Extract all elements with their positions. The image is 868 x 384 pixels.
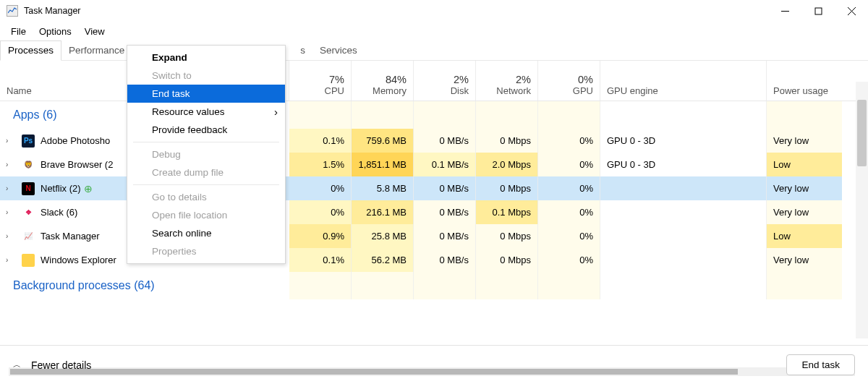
cell-gpu-engine bbox=[600, 248, 767, 272]
process-name: Adobe Photosho bbox=[41, 135, 110, 146]
cell-network: 2.0 Mbps bbox=[476, 153, 538, 176]
ctx-search-online[interactable]: Search online bbox=[127, 224, 285, 242]
expand-chevron-icon[interactable]: › bbox=[6, 256, 14, 264]
header-engine-label: GPU engine bbox=[607, 85, 760, 96]
end-task-button[interactable]: End task bbox=[786, 354, 855, 375]
ctx-provide-feedback[interactable]: Provide feedback bbox=[127, 121, 285, 139]
cell-gpu: 0% bbox=[538, 224, 600, 248]
header-mem-label: Memory bbox=[373, 85, 407, 96]
header-net-label: Network bbox=[496, 85, 531, 96]
vertical-scrollbar[interactable] bbox=[856, 82, 868, 338]
cell-gpu: 0% bbox=[538, 176, 600, 200]
header-power-usage[interactable]: Power usage bbox=[767, 61, 842, 101]
close-button[interactable] bbox=[835, 0, 868, 22]
ctx-create-dump: Create dump file bbox=[127, 163, 285, 182]
cell-disk: 0 MB/s bbox=[414, 200, 476, 224]
cell-memory: 216.1 MB bbox=[352, 200, 414, 224]
app-icon bbox=[7, 5, 18, 17]
header-gpu-engine[interactable]: GPU engine bbox=[600, 61, 767, 101]
header-gpu-label: GPU bbox=[573, 85, 593, 96]
cell-disk: 0.1 MB/s bbox=[414, 153, 476, 176]
group-bg[interactable]: Background processes (64) bbox=[0, 272, 155, 299]
ctx-separator bbox=[133, 184, 279, 185]
fewer-details-caret-icon[interactable]: ︿ bbox=[13, 359, 21, 370]
expand-chevron-icon[interactable]: › bbox=[6, 232, 14, 240]
header-memory[interactable]: 84%Memory bbox=[352, 61, 414, 101]
header-net-pct: 2% bbox=[516, 74, 531, 85]
cell-gpu: 0% bbox=[538, 129, 600, 153]
window-controls bbox=[768, 0, 868, 22]
cell-network: 0 Mbps bbox=[476, 248, 538, 272]
expand-chevron-icon[interactable]: › bbox=[6, 161, 14, 168]
cell-memory: 56.2 MB bbox=[352, 248, 414, 272]
header-power-label: Power usage bbox=[773, 85, 835, 96]
cell-gpu-engine bbox=[600, 200, 767, 224]
ctx-separator bbox=[133, 142, 279, 142]
ctx-switch-to: Switch to bbox=[127, 67, 285, 85]
menu-file[interactable]: File bbox=[4, 23, 33, 40]
expand-chevron-icon[interactable]: › bbox=[6, 184, 14, 192]
expand-chevron-icon[interactable]: › bbox=[6, 208, 14, 216]
ctx-end-task[interactable]: End task bbox=[127, 85, 285, 103]
cell-network: 0 Mbps bbox=[476, 224, 538, 248]
cell-memory: 25.8 MB bbox=[352, 224, 414, 248]
cell-power: Very low bbox=[767, 248, 842, 272]
cell-memory: 1,851.1 MB bbox=[352, 153, 414, 176]
menu-view[interactable]: View bbox=[78, 23, 111, 40]
cell-power: Very low bbox=[767, 129, 842, 153]
ctx-open-file-location: Open file location bbox=[127, 206, 285, 224]
app-icon bbox=[22, 254, 35, 267]
header-name-label: Name bbox=[7, 80, 32, 96]
vscroll-thumb[interactable] bbox=[857, 100, 867, 166]
app-icon: 🦁 bbox=[22, 158, 35, 171]
group-apps[interactable]: Apps (6) bbox=[0, 101, 56, 129]
header-disk-pct: 2% bbox=[454, 74, 469, 85]
header-disk[interactable]: 2%Disk bbox=[414, 61, 476, 101]
tab-services[interactable]: Services bbox=[312, 41, 365, 60]
leaf-icon: ⊕ bbox=[84, 183, 97, 195]
ctx-debug: Debug bbox=[127, 145, 285, 163]
header-network[interactable]: 2%Network bbox=[476, 61, 538, 101]
header-disk-label: Disk bbox=[451, 85, 469, 96]
header-cpu-label: CPU bbox=[325, 85, 344, 96]
cell-memory: 759.6 MB bbox=[352, 129, 414, 153]
header-cpu[interactable]: 7%CPU bbox=[289, 61, 352, 101]
cell-network: 0 Mbps bbox=[476, 176, 538, 200]
cell-network: 0.1 Mbps bbox=[476, 200, 538, 224]
ctx-resource-values[interactable]: Resource values bbox=[127, 103, 285, 121]
menu-options[interactable]: Options bbox=[33, 23, 78, 40]
header-gpu[interactable]: 0%GPU bbox=[538, 61, 600, 101]
maximize-button[interactable] bbox=[801, 0, 835, 22]
cell-gpu: 0% bbox=[538, 248, 600, 272]
tab-performance[interactable]: Performance bbox=[61, 41, 132, 60]
fewer-details-link[interactable]: Fewer details bbox=[31, 359, 91, 371]
cell-gpu-engine: GPU 0 - 3D bbox=[600, 153, 767, 176]
ctx-properties: Properties bbox=[127, 242, 285, 260]
header-cpu-pct: 7% bbox=[329, 74, 344, 85]
process-name: Slack (6) bbox=[41, 207, 77, 218]
cell-power: Low bbox=[767, 224, 842, 248]
cell-disk: 0 MB/s bbox=[414, 176, 476, 200]
cell-disk: 0 MB/s bbox=[414, 224, 476, 248]
minimize-button[interactable] bbox=[768, 0, 801, 22]
cell-memory: 5.8 MB bbox=[352, 176, 414, 200]
menu-bar: File Options View bbox=[0, 22, 868, 40]
title-bar: Task Manager bbox=[0, 0, 868, 22]
app-icon: ❖ bbox=[22, 206, 35, 219]
cell-cpu: 0% bbox=[289, 200, 352, 224]
process-name: Task Manager bbox=[41, 231, 100, 242]
cell-cpu: 0.9% bbox=[289, 224, 352, 248]
cell-disk: 0 MB/s bbox=[414, 129, 476, 153]
expand-chevron-icon[interactable]: › bbox=[6, 137, 14, 145]
process-name: Brave Browser (2 bbox=[41, 159, 113, 170]
context-menu: Expand Switch to End task Resource value… bbox=[127, 45, 286, 264]
header-gpu-pct: 0% bbox=[578, 74, 593, 85]
cell-gpu-engine: GPU 0 - 3D bbox=[600, 129, 767, 153]
cell-gpu: 0% bbox=[538, 200, 600, 224]
tab-processes[interactable]: Processes bbox=[0, 40, 61, 61]
ctx-expand[interactable]: Expand bbox=[127, 48, 285, 67]
cell-cpu: 1.5% bbox=[289, 153, 352, 176]
footer-bar: ︿ Fewer details End task bbox=[0, 345, 868, 384]
app-icon: N bbox=[22, 182, 35, 195]
tab-services-partial-s[interactable]: s bbox=[298, 41, 312, 60]
